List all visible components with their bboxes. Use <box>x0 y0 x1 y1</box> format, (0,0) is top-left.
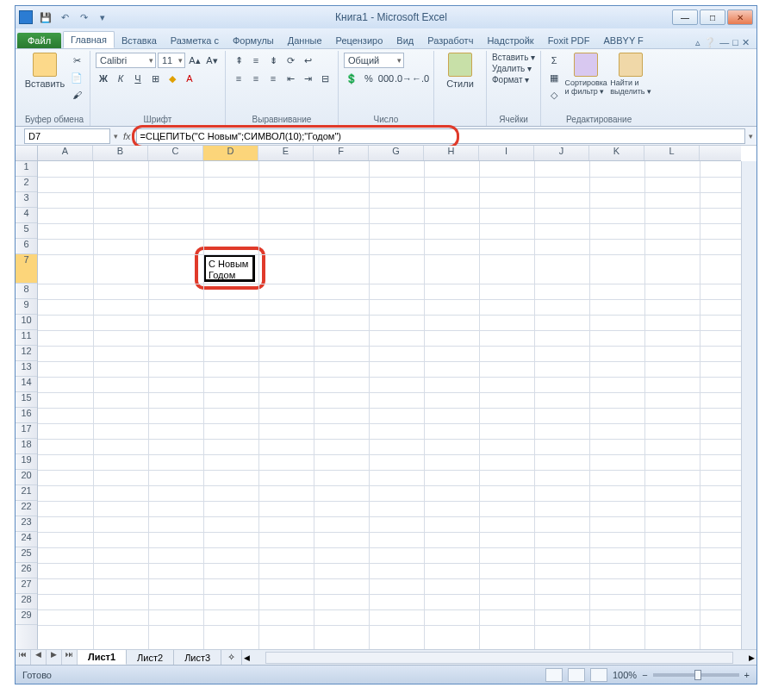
insert-cells-button[interactable]: Вставить ▾ <box>492 53 535 62</box>
align-left-button[interactable]: ≡ <box>231 71 246 86</box>
sheet-tab-1[interactable]: Лист1 <box>78 650 127 665</box>
row-header-20[interactable]: 20 <box>16 470 37 485</box>
decrease-indent-button[interactable]: ⇤ <box>283 71 298 86</box>
merge-button[interactable]: ⊟ <box>317 71 333 86</box>
zoom-slider[interactable] <box>653 673 739 677</box>
increase-font-button[interactable]: A▴ <box>187 53 202 68</box>
column-header-D[interactable]: D <box>203 146 258 160</box>
row-header-14[interactable]: 14 <box>16 377 37 392</box>
select-all-button[interactable] <box>16 146 38 161</box>
row-header-19[interactable]: 19 <box>16 454 37 470</box>
row-header-21[interactable]: 21 <box>16 485 37 501</box>
decrease-font-button[interactable]: A▾ <box>204 53 220 68</box>
view-normal-button[interactable] <box>545 668 563 682</box>
align-bottom-button[interactable]: ⇟ <box>265 53 281 68</box>
sheet-nav-first[interactable]: ⏮ <box>16 650 31 665</box>
row-header-7[interactable]: 7 <box>16 254 37 284</box>
fill-color-button[interactable]: ◆ <box>165 71 180 86</box>
column-header-J[interactable]: J <box>534 146 589 160</box>
mdi-close-button[interactable]: ✕ <box>727 9 753 25</box>
row-header-12[interactable]: 12 <box>16 346 37 361</box>
sheet-tab-3[interactable]: Лист3 <box>174 650 221 665</box>
name-box[interactable]: D7 <box>24 128 110 144</box>
namebox-dropdown[interactable]: ▾ <box>114 132 118 141</box>
formula-input[interactable]: =СЦЕПИТЬ("С Новым";СИМВОЛ(10);"Годом") <box>136 128 745 144</box>
row-header-2[interactable]: 2 <box>16 177 37 192</box>
row-header-15[interactable]: 15 <box>16 392 37 408</box>
row-header-9[interactable]: 9 <box>16 299 37 315</box>
vertical-scrollbar[interactable] <box>741 161 756 649</box>
mdi-restore-button[interactable]: □ <box>700 9 725 25</box>
qat-undo-button[interactable]: ↶ <box>57 9 72 25</box>
row-header-25[interactable]: 25 <box>16 547 37 563</box>
file-tab[interactable]: Файл <box>17 33 61 48</box>
doc-max-button[interactable]: □ <box>732 37 738 48</box>
doc-min-button[interactable]: — <box>719 37 729 48</box>
sheet-nav-last[interactable]: ⏭ <box>62 650 78 665</box>
align-top-button[interactable]: ⇞ <box>231 53 246 68</box>
tab-data[interactable]: Данные <box>281 33 329 48</box>
align-right-button[interactable]: ≡ <box>265 71 281 86</box>
decrease-decimal-button[interactable]: ←.0 <box>413 71 428 86</box>
row-header-6[interactable]: 6 <box>16 239 37 254</box>
sheet-nav-prev[interactable]: ◀ <box>31 650 47 665</box>
tab-insert[interactable]: Вставка <box>115 33 164 48</box>
row-header-29[interactable]: 29 <box>16 609 37 625</box>
align-middle-button[interactable]: ≡ <box>248 53 264 68</box>
sort-filter-button[interactable]: Сортировка и фильтр ▾ <box>565 53 607 96</box>
sheet-nav-next[interactable]: ▶ <box>47 650 62 665</box>
zoom-level[interactable]: 100% <box>613 670 637 680</box>
qat-customize-button[interactable]: ▾ <box>95 9 110 25</box>
view-pagebreak-button[interactable] <box>590 668 607 682</box>
styles-button[interactable]: Стили <box>439 53 481 89</box>
increase-decimal-button[interactable]: .0→ <box>395 71 411 86</box>
tab-addins[interactable]: Надстройк <box>480 33 540 48</box>
font-name-combo[interactable]: Calibri <box>96 53 156 68</box>
tab-developer[interactable]: Разработч <box>420 33 480 48</box>
row-header-5[interactable]: 5 <box>16 223 37 239</box>
tab-view[interactable]: Вид <box>389 33 420 48</box>
row-header-26[interactable]: 26 <box>16 563 37 578</box>
worksheet-grid[interactable]: ABCDEFGHIJKL 123456789101112131415161718… <box>16 146 756 665</box>
tab-pagelayout[interactable]: Разметка с <box>164 33 226 48</box>
column-header-I[interactable]: I <box>479 146 534 160</box>
number-format-combo[interactable]: Общий <box>344 53 404 68</box>
orientation-button[interactable]: ⟳ <box>283 53 298 68</box>
tab-abbyy[interactable]: ABBYY F <box>597 33 651 48</box>
column-header-C[interactable]: C <box>148 146 203 160</box>
new-sheet-button[interactable]: ✧ <box>221 650 242 665</box>
row-header-22[interactable]: 22 <box>16 501 37 516</box>
row-header-8[interactable]: 8 <box>16 284 37 299</box>
column-header-B[interactable]: B <box>93 146 148 160</box>
delete-cells-button[interactable]: Удалить ▾ <box>492 64 532 73</box>
row-header-28[interactable]: 28 <box>16 594 37 609</box>
tab-formulas[interactable]: Формулы <box>226 33 281 48</box>
zoom-in-button[interactable]: + <box>744 670 750 680</box>
column-header-L[interactable]: L <box>644 146 700 160</box>
column-header-H[interactable]: H <box>424 146 479 160</box>
copy-button[interactable]: 📄 <box>69 70 84 85</box>
view-pagelayout-button[interactable] <box>568 668 585 682</box>
zoom-out-button[interactable]: − <box>642 670 647 680</box>
find-select-button[interactable]: Найти и выделить ▾ <box>610 53 651 96</box>
column-header-A[interactable]: A <box>38 146 93 160</box>
tab-review[interactable]: Рецензиро <box>329 33 390 48</box>
horizontal-scrollbar[interactable]: ◀ ▶ <box>242 650 756 665</box>
bold-button[interactable]: Ж <box>96 71 111 86</box>
doc-close-button[interactable]: ✕ <box>742 37 750 48</box>
row-header-16[interactable]: 16 <box>16 408 37 423</box>
borders-button[interactable]: ⊞ <box>147 71 163 86</box>
active-cell-d7[interactable]: С Новым Годом <box>203 254 255 282</box>
font-color-button[interactable]: A <box>182 71 197 86</box>
paste-button[interactable]: Вставить <box>24 53 65 89</box>
increase-indent-button[interactable]: ⇥ <box>300 71 315 86</box>
font-size-combo[interactable]: 11 <box>158 53 185 68</box>
row-header-24[interactable]: 24 <box>16 532 37 547</box>
wrap-text-button[interactable]: ↩ <box>300 53 315 68</box>
row-header-23[interactable]: 23 <box>16 516 37 532</box>
row-header-13[interactable]: 13 <box>16 361 37 377</box>
comma-button[interactable]: 000 <box>378 71 394 86</box>
row-header-3[interactable]: 3 <box>16 192 37 208</box>
column-header-K[interactable]: K <box>589 146 644 160</box>
column-header-E[interactable]: E <box>258 146 314 160</box>
